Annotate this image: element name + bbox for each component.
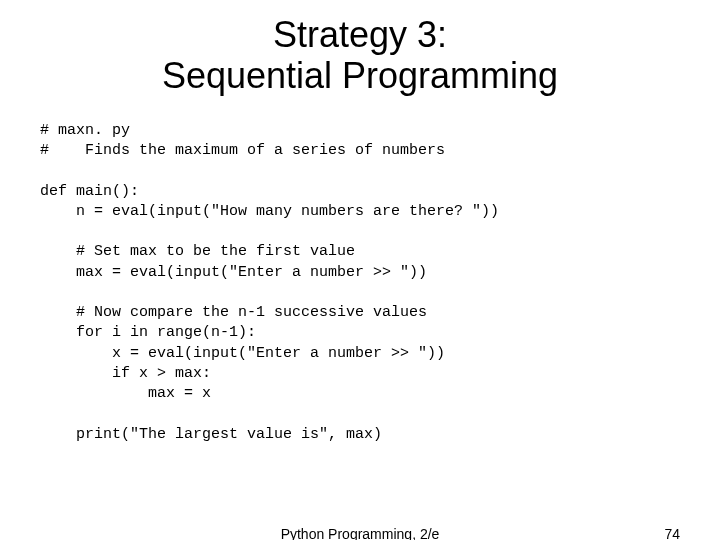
code-block: # maxn. py # Finds the maximum of a seri…: [40, 121, 680, 445]
footer-text: Python Programming, 2/e: [0, 526, 720, 540]
page-number: 74: [664, 526, 680, 540]
title-line-2: Sequential Programming: [162, 55, 558, 96]
slide: Strategy 3: Sequential Programming # max…: [0, 0, 720, 540]
title-line-1: Strategy 3:: [273, 14, 447, 55]
slide-title: Strategy 3: Sequential Programming: [40, 14, 680, 97]
